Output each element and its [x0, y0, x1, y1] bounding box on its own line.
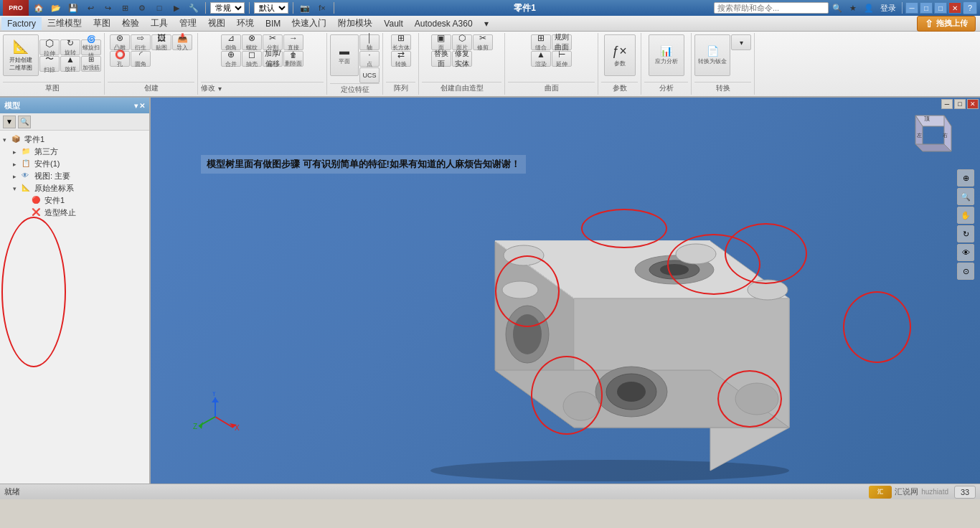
- zoom-extent-button[interactable]: ⊕: [957, 169, 974, 187]
- replace-face-button[interactable]: 替换面: [431, 51, 451, 67]
- view-dropdown[interactable]: 默认: [254, 2, 288, 14]
- rib-button[interactable]: ⊞ 加强筋: [81, 56, 101, 72]
- undo-icon[interactable]: ↩: [83, 1, 98, 14]
- menu-bim[interactable]: BIM: [260, 17, 286, 30]
- split-button[interactable]: ✂ 分割: [263, 34, 283, 50]
- menu-3dmodel[interactable]: 三维模型: [42, 16, 88, 31]
- menu-factory[interactable]: Factory: [1, 17, 42, 30]
- menu-addmodule[interactable]: 附加模块: [332, 16, 378, 31]
- convert-to-sheet-button[interactable]: 📄 转换为钣金: [694, 34, 730, 76]
- thread-button[interactable]: ⊗ 螺纹: [242, 34, 262, 50]
- menu-inspect[interactable]: 检验: [116, 16, 145, 31]
- hole-button[interactable]: ⭕ 孔: [110, 51, 130, 67]
- panel-close-icon[interactable]: ✕: [139, 102, 145, 110]
- orbit-button[interactable]: ⊙: [957, 263, 974, 280]
- delete-face-button[interactable]: 🗑 删除面: [283, 51, 303, 67]
- wrench-icon[interactable]: 🔧: [187, 1, 201, 14]
- close-button[interactable]: ✕: [948, 2, 961, 14]
- menu-tools[interactable]: 工具: [145, 16, 174, 31]
- menu-expand[interactable]: ▾: [479, 17, 494, 30]
- convert-expand-button[interactable]: ▾: [731, 34, 751, 50]
- import-button[interactable]: 📥 导入: [172, 34, 192, 50]
- tree-item-origin[interactable]: ▾ 📐 原始坐标系: [13, 182, 146, 194]
- chamfer-button[interactable]: ⊿ 倒角: [221, 34, 241, 50]
- viewport-close[interactable]: ✕: [967, 99, 979, 109]
- sweep-button[interactable]: 〜 扫掠: [39, 56, 60, 72]
- sculpt-button[interactable]: ▲ 渲染: [531, 51, 551, 67]
- filter-icon[interactable]: ▼: [3, 116, 16, 128]
- restore-button[interactable]: □: [934, 2, 947, 14]
- start-sketch-button[interactable]: 📐 开始创建二维草图: [3, 34, 39, 76]
- extend-button[interactable]: ⊢ 延伸: [552, 51, 572, 67]
- view-cube[interactable]: 顶 左 右: [901, 105, 958, 162]
- derive-button[interactable]: ⇨ 衍生: [131, 34, 151, 50]
- repair-solid-button[interactable]: 修复实体: [452, 51, 472, 67]
- home-icon[interactable]: 🏠: [32, 1, 46, 14]
- menu-sketch[interactable]: 草图: [88, 16, 116, 31]
- patch-button[interactable]: ⬡ 面片: [452, 34, 472, 50]
- face-button[interactable]: ▣ 面: [431, 34, 451, 50]
- func-icon[interactable]: f×: [315, 1, 329, 14]
- shell-button[interactable]: ◻ 抽壳: [242, 51, 262, 67]
- tree-item-part2[interactable]: 🔴 安件1: [23, 194, 146, 207]
- combine-button[interactable]: ⊕ 合并: [221, 51, 241, 67]
- look-at-button[interactable]: 👁: [957, 244, 974, 261]
- coil-button[interactable]: 🌀 螺旋扫描: [81, 39, 101, 55]
- rectangular-pattern-button[interactable]: ⊞ 长方体: [391, 34, 411, 50]
- convert-array-button[interactable]: ⇄ 转换: [391, 51, 411, 67]
- open-icon[interactable]: 📂: [49, 1, 63, 14]
- print-icon[interactable]: ⊞: [118, 1, 132, 14]
- modify-expand-icon[interactable]: ▾: [218, 85, 222, 93]
- maximize-button[interactable]: □: [920, 2, 933, 14]
- zoom-button[interactable]: 🔍: [957, 188, 974, 205]
- menu-environment[interactable]: 环境: [231, 16, 260, 31]
- style-dropdown[interactable]: 常规: [210, 2, 245, 14]
- rotate-button[interactable]: ↻: [957, 225, 974, 242]
- tree-item-fastener[interactable]: ▸ 📋 安件(1): [13, 158, 146, 170]
- emboss-button[interactable]: ⊛ 凸雕: [110, 34, 130, 50]
- search-panel-icon[interactable]: 🔍: [18, 116, 31, 128]
- trim-button[interactable]: ✂ 修剪: [473, 34, 493, 50]
- expand-icon: ▾: [3, 136, 11, 143]
- signin-text[interactable]: 登录: [877, 3, 899, 14]
- stress-analysis-button[interactable]: 📊 应力分析: [649, 34, 684, 76]
- menu-quickstart[interactable]: 快速入门: [286, 16, 332, 31]
- save-icon[interactable]: 💾: [66, 1, 80, 14]
- decal-button[interactable]: 🖼 贴图: [151, 34, 171, 50]
- search-input[interactable]: [714, 2, 829, 14]
- upload-button[interactable]: ⇧ 拖拽上传: [917, 16, 976, 32]
- fillet-button[interactable]: ◜ 圆角: [131, 51, 151, 67]
- pan-button[interactable]: ✋: [957, 207, 974, 224]
- settings-icon[interactable]: ⚙: [135, 1, 149, 14]
- tree-item-view[interactable]: ▸ 👁 视图: 主要: [13, 170, 146, 182]
- plane-button[interactable]: ▬ 平面: [330, 34, 359, 76]
- ruled-surface-button[interactable]: 规则曲面: [552, 34, 572, 50]
- params-button[interactable]: ƒ× 参数: [604, 34, 636, 76]
- menu-view[interactable]: 视图: [202, 16, 231, 31]
- menu-vault[interactable]: Vault: [378, 17, 408, 30]
- direct-button[interactable]: → 直接: [283, 34, 303, 50]
- redo-icon[interactable]: ↪: [100, 1, 115, 14]
- user-icon[interactable]: 👤: [862, 1, 876, 14]
- panel-dropdown-icon[interactable]: ▾: [134, 102, 138, 110]
- play-icon[interactable]: ▶: [169, 1, 184, 14]
- tree-item-end[interactable]: ❌ 造型终止: [23, 207, 146, 219]
- revolve-button[interactable]: ↻ 旋转: [60, 39, 80, 55]
- point-button[interactable]: · 点: [359, 51, 380, 67]
- menu-manage[interactable]: 管理: [174, 16, 202, 31]
- star-icon[interactable]: ★: [846, 1, 860, 14]
- menu-a360[interactable]: Autodesk A360: [409, 17, 479, 30]
- search-icon[interactable]: 🔍: [830, 1, 844, 14]
- box-icon[interactable]: □: [152, 1, 166, 14]
- axis-button[interactable]: │ 轴: [359, 34, 380, 50]
- help-button[interactable]: ?: [963, 1, 977, 14]
- loft-button[interactable]: ▲ 放样: [60, 56, 80, 72]
- stitch-button[interactable]: ⊞ 缝合: [531, 34, 551, 50]
- ucs-button[interactable]: UCS: [359, 67, 380, 83]
- minimize-button[interactable]: ─: [905, 2, 918, 14]
- viewport[interactable]: ─ □ ✕ 模型树里面有做图步骤 可有识别简单的特征!如果有知道的人麻烦告知谢谢…: [151, 98, 980, 484]
- tree-item-part[interactable]: ▾ 📦 零件1: [3, 133, 146, 146]
- tree-item-thirdparty[interactable]: ▸ 📁 第三方: [13, 146, 146, 158]
- camera-icon[interactable]: 📷: [298, 1, 312, 14]
- thicken-button[interactable]: 加厚/偏移: [263, 51, 283, 67]
